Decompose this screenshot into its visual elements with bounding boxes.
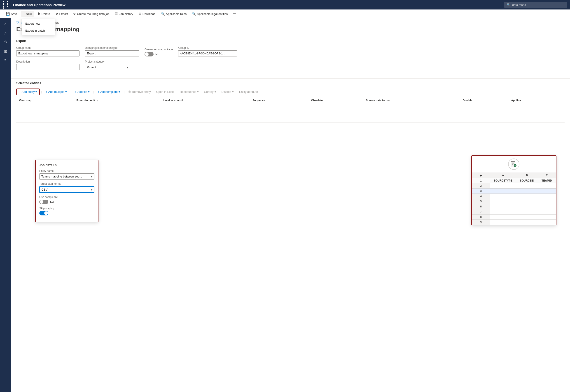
cell-c5[interactable] bbox=[538, 199, 556, 204]
col-obsolete[interactable]: Obsolete bbox=[308, 97, 363, 104]
cell-b8[interactable] bbox=[516, 214, 538, 220]
apps-icon[interactable] bbox=[3, 1, 10, 9]
sidebar-item-home[interactable]: ⌂ bbox=[1, 20, 10, 28]
entity-attribute-button[interactable]: Entity attribute bbox=[237, 89, 260, 95]
generate-pkg-toggle[interactable] bbox=[145, 52, 153, 56]
search-input[interactable] bbox=[512, 3, 562, 7]
entity-table: View map Execution unit ↑ Level in execu… bbox=[16, 97, 565, 123]
cell-a1[interactable]: SOURCETYPE bbox=[490, 178, 516, 183]
export-button[interactable]: ↻ Export bbox=[53, 11, 70, 17]
cell-c1[interactable]: TEAMID bbox=[538, 178, 556, 183]
row-num-7: 7 bbox=[472, 209, 490, 214]
cell-b2[interactable] bbox=[516, 183, 538, 189]
disable-button[interactable]: Disable ▾ bbox=[219, 89, 236, 95]
cell-b5[interactable] bbox=[516, 199, 538, 204]
resequence-button[interactable]: Resequence ▾ bbox=[178, 89, 201, 95]
history-icon: ☰ bbox=[115, 12, 118, 15]
applicable-legal-button[interactable]: 🔍 Applicable legal entities bbox=[190, 11, 230, 17]
save-icon: 💾 bbox=[6, 12, 10, 15]
row-num-8: 8 bbox=[472, 214, 490, 220]
operation-type-input[interactable] bbox=[85, 50, 139, 56]
new-icon: + bbox=[23, 12, 25, 15]
col-a-header: A bbox=[490, 173, 516, 178]
col-view-map[interactable]: View map bbox=[16, 97, 74, 104]
project-category-select[interactable]: Project Integration Migration bbox=[85, 64, 130, 70]
group-id-field: Group ID bbox=[178, 46, 237, 56]
entity-name-select[interactable]: Teams mapping between sou... bbox=[39, 173, 94, 180]
add-file-button[interactable]: + Add file ▾ bbox=[72, 89, 92, 95]
skip-staging-toggle[interactable] bbox=[39, 211, 48, 215]
download-icon: ⬇ bbox=[139, 12, 141, 15]
group-name-input[interactable] bbox=[16, 50, 80, 56]
job-history-button[interactable]: ☰ Job history bbox=[113, 11, 136, 17]
sidebar-item-favorites[interactable]: ☆ bbox=[1, 29, 10, 37]
cell-b3[interactable] bbox=[516, 189, 538, 194]
cell-c2[interactable] bbox=[538, 183, 556, 189]
cell-c6[interactable] bbox=[538, 204, 556, 209]
create-recurring-button[interactable]: ↺ Create recurring data job bbox=[71, 11, 112, 17]
col-sequence[interactable]: Sequence bbox=[250, 97, 308, 104]
cell-a7[interactable] bbox=[490, 209, 516, 214]
cell-a4[interactable] bbox=[490, 194, 516, 199]
col-level[interactable]: Level in executi... bbox=[160, 97, 250, 104]
use-sample-toggle[interactable] bbox=[39, 200, 48, 204]
sep-2: | bbox=[70, 90, 71, 94]
generate-pkg-label: Generate data package bbox=[145, 48, 173, 51]
cell-b4[interactable] bbox=[516, 194, 538, 199]
delete-icon: 🗑 bbox=[37, 12, 41, 15]
cell-a6[interactable] bbox=[490, 204, 516, 209]
generate-pkg-field: Generate data package No bbox=[145, 48, 173, 56]
col-disable[interactable]: Disable bbox=[460, 97, 508, 104]
cell-a3[interactable] bbox=[490, 189, 516, 194]
selected-entities-title: Selected entities bbox=[16, 79, 565, 87]
cell-c3[interactable] bbox=[538, 189, 556, 194]
cell-b7[interactable] bbox=[516, 209, 538, 214]
sidebar-item-workspaces[interactable]: ⊞ bbox=[1, 47, 10, 55]
filter-icon[interactable]: ▽ bbox=[16, 21, 19, 25]
save-button[interactable]: 💾 Save bbox=[4, 11, 20, 17]
add-multiple-button[interactable]: + Add multiple ▾ bbox=[43, 89, 69, 95]
entity-name-field: Entity name Teams mapping between sou... bbox=[39, 169, 94, 180]
download-button[interactable]: ⬇ Download bbox=[136, 11, 158, 17]
cell-a5[interactable] bbox=[490, 199, 516, 204]
svg-text:X: X bbox=[514, 165, 516, 167]
remove-entity-button[interactable]: 🗑 Remove entity bbox=[126, 89, 153, 95]
col-source-format[interactable]: Source data format bbox=[363, 97, 460, 104]
use-sample-field: Use sample file No bbox=[39, 196, 94, 204]
add-multiple-icon: + bbox=[46, 90, 47, 94]
cell-b6[interactable] bbox=[516, 204, 538, 209]
cell-c8[interactable] bbox=[538, 214, 556, 220]
use-sample-toggle-row: No bbox=[39, 200, 94, 204]
cell-b9[interactable] bbox=[516, 220, 538, 225]
excel-row-7: 7 bbox=[472, 209, 556, 214]
description-input[interactable] bbox=[16, 64, 80, 70]
more-button[interactable]: ••• bbox=[231, 11, 238, 17]
cell-c9[interactable] bbox=[538, 220, 556, 225]
col-applicable[interactable]: Applica... bbox=[508, 97, 565, 104]
generate-pkg-value: No bbox=[155, 53, 159, 56]
sidebar: ⌂ ☆ ⏱ ⊞ ≡ bbox=[0, 18, 11, 392]
cell-c4[interactable] bbox=[538, 194, 556, 199]
search-bar[interactable]: 🔍 bbox=[504, 2, 567, 8]
applicable-roles-button[interactable]: 🔍 Applicable roles bbox=[159, 11, 189, 17]
delete-button[interactable]: 🗑 Delete bbox=[35, 11, 52, 17]
sidebar-item-menu[interactable]: ≡ bbox=[1, 56, 10, 64]
sort-by-button[interactable]: Sort by ▾ bbox=[202, 89, 218, 95]
cell-c7[interactable] bbox=[538, 209, 556, 214]
col-execution-unit[interactable]: Execution unit ↑ bbox=[74, 97, 160, 104]
open-excel-button[interactable]: Open in Excel bbox=[154, 89, 177, 95]
add-entity-button[interactable]: + Add entity ▾ bbox=[16, 88, 40, 95]
cell-b1[interactable]: SOURCEID bbox=[516, 178, 538, 183]
sidebar-item-recent[interactable]: ⏱ bbox=[1, 38, 10, 46]
cell-a2[interactable] bbox=[490, 183, 516, 189]
export-now-item[interactable]: Export now bbox=[22, 20, 55, 27]
target-format-select[interactable]: CSV Excel XML bbox=[39, 186, 94, 193]
export-batch-item[interactable]: Export in batch bbox=[22, 27, 55, 34]
table-row bbox=[16, 104, 565, 123]
group-id-input[interactable] bbox=[178, 50, 237, 56]
cell-a9[interactable] bbox=[490, 220, 516, 225]
add-template-button[interactable]: + Add template ▾ bbox=[96, 89, 122, 95]
entity-toolbar: + Add entity ▾ | + Add multiple ▾ | + Ad… bbox=[16, 87, 565, 97]
new-button[interactable]: + New bbox=[21, 11, 34, 17]
cell-a8[interactable] bbox=[490, 214, 516, 220]
